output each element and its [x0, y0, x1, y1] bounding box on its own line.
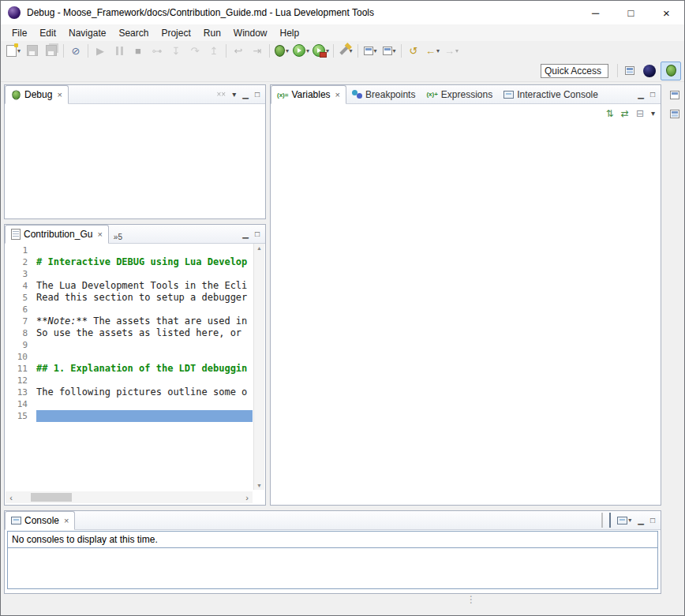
search-button[interactable]: ▾ — [336, 42, 355, 59]
maximize-window-button[interactable]: □ — [613, 1, 649, 24]
line-number[interactable]: 5 — [6, 292, 36, 304]
selected-line[interactable] — [36, 410, 253, 422]
line-number[interactable]: 6 — [6, 304, 36, 315]
debug-perspective-button[interactable] — [661, 62, 681, 80]
menu-help[interactable]: Help — [274, 25, 306, 41]
line-text[interactable]: # Interactive DEBUG using Lua Develop — [36, 256, 253, 268]
line-number[interactable]: 4 — [6, 280, 36, 292]
display-selected-console-button[interactable] — [609, 513, 611, 528]
line-number[interactable]: 12 — [6, 375, 36, 386]
line-text[interactable] — [36, 398, 253, 410]
line-number[interactable]: 11 — [6, 363, 36, 375]
open-perspective-button[interactable] — [620, 62, 639, 80]
external-tools-button[interactable]: ▾ — [311, 42, 331, 59]
previous-annotation-button[interactable]: ▾ — [380, 42, 399, 59]
line-text[interactable] — [36, 245, 253, 256]
scrollbar-thumb[interactable] — [31, 493, 72, 502]
step-into-button[interactable]: ↧ — [167, 42, 185, 59]
line-number[interactable]: 3 — [6, 268, 36, 280]
line-number[interactable]: 10 — [6, 351, 36, 363]
vertical-scrollbar[interactable]: ▲ ▼ — [253, 244, 264, 490]
minimize-view-button[interactable]: ▁ — [638, 517, 644, 525]
line-text[interactable]: Read this section to setup a debugger — [36, 292, 253, 304]
minimize-view-button[interactable]: ▁ — [638, 91, 644, 99]
forward-button[interactable]: →▾ — [442, 42, 461, 59]
line-text[interactable]: **Note:** The assets that are used in — [36, 315, 253, 327]
tab-expressions[interactable]: (x)+ Expressions — [421, 85, 498, 103]
collapse-all-button[interactable]: ⊟ — [636, 109, 644, 118]
editor-overflow-button[interactable]: »5 — [109, 225, 127, 243]
next-annotation-button[interactable]: ▾ — [361, 42, 380, 59]
sash-handle[interactable]: ⋮ — [466, 594, 476, 605]
save-button[interactable] — [23, 42, 42, 59]
menu-navigate[interactable]: Navigate — [62, 25, 112, 41]
line-number[interactable]: 7 — [6, 315, 36, 327]
menu-project[interactable]: Project — [155, 25, 197, 41]
menu-window[interactable]: Window — [227, 25, 274, 41]
tab-contribution-guide[interactable]: Contribution_Gu × — [5, 225, 109, 244]
tab-variables[interactable]: (x)= Variables × — [271, 85, 346, 104]
line-number[interactable]: 2 — [6, 256, 36, 268]
tab-debug[interactable]: Debug × — [5, 85, 69, 104]
tab-breakpoints[interactable]: Breakpoints — [346, 85, 421, 103]
menu-edit[interactable]: Edit — [33, 25, 62, 41]
disconnect-button[interactable]: ⊶ — [148, 42, 167, 59]
maximize-view-button[interactable]: □ — [255, 230, 260, 238]
line-number[interactable]: 9 — [6, 339, 36, 351]
close-icon[interactable]: × — [57, 90, 62, 99]
restore-views-button[interactable] — [667, 88, 683, 102]
maximize-view-button[interactable]: □ — [650, 91, 655, 99]
last-edit-location-button[interactable]: ↺ — [404, 42, 423, 59]
view-menu-button[interactable]: ▾ — [232, 91, 236, 99]
close-icon[interactable]: × — [97, 230, 102, 239]
run-button[interactable]: ▾ — [291, 42, 311, 59]
step-over-button[interactable]: ↷ — [185, 42, 204, 59]
scroll-right-icon[interactable]: › — [241, 493, 253, 502]
tab-interactive-console[interactable]: Interactive Console — [498, 85, 604, 103]
line-number[interactable]: 13 — [6, 386, 36, 398]
resume-button[interactable]: ▶ — [91, 42, 110, 59]
remove-terminated-button[interactable]: ×× — [217, 91, 226, 99]
suspend-button[interactable] — [110, 42, 129, 59]
show-type-names-button[interactable]: ⇅ — [606, 109, 614, 118]
drop-to-frame-button[interactable]: ↩ — [229, 42, 248, 59]
use-step-filters-button[interactable]: ⇥ — [248, 42, 267, 59]
maximize-view-button[interactable]: □ — [650, 517, 655, 525]
code-editor[interactable]: 1 2# Interactive DEBUG using Lua Develop… — [6, 245, 253, 490]
line-number[interactable]: 1 — [6, 245, 36, 256]
skip-all-breakpoints-button[interactable]: ⊘ — [66, 42, 85, 59]
line-text[interactable] — [36, 339, 253, 351]
line-number[interactable]: 15 — [6, 410, 36, 422]
view-menu-button[interactable]: ▾ — [651, 110, 655, 118]
pin-console-button[interactable] — [601, 513, 603, 528]
line-text[interactable]: The Lua Development Tools in the Ecli — [36, 280, 253, 292]
line-text[interactable] — [36, 268, 253, 280]
new-button[interactable]: ▾ — [4, 42, 23, 59]
terminate-button[interactable]: ■ — [129, 42, 148, 59]
quick-access-input[interactable]: Quick Access — [541, 64, 608, 78]
close-icon[interactable]: × — [335, 90, 340, 99]
show-logical-structures-button[interactable]: ⇄ — [621, 109, 629, 118]
minimize-view-button[interactable]: ▁ — [242, 91, 249, 99]
line-number[interactable]: 8 — [6, 327, 36, 339]
close-icon[interactable]: × — [64, 516, 69, 525]
tab-console[interactable]: Console × — [5, 511, 75, 530]
scroll-left-icon[interactable]: ‹ — [6, 493, 17, 502]
step-return-button[interactable]: ↥ — [204, 42, 223, 59]
line-text[interactable]: The following pictures outline some o — [36, 386, 253, 398]
save-all-button[interactable] — [42, 42, 61, 59]
horizontal-scrollbar[interactable]: ‹ › — [6, 491, 253, 503]
minimize-window-button[interactable]: ─ — [578, 1, 613, 24]
menu-run[interactable]: Run — [197, 25, 227, 41]
line-text[interactable] — [36, 351, 253, 363]
line-number[interactable]: 14 — [6, 398, 36, 410]
close-window-button[interactable]: × — [649, 1, 684, 24]
maximize-view-button[interactable]: □ — [255, 91, 260, 99]
debug-button[interactable]: ▾ — [272, 42, 291, 59]
line-text[interactable] — [36, 304, 253, 315]
line-text[interactable]: So use the assets as listed here, or — [36, 327, 253, 339]
menu-search[interactable]: Search — [112, 25, 155, 41]
back-button[interactable]: ←▾ — [423, 42, 442, 59]
scroll-up-icon[interactable]: ▲ — [256, 245, 262, 251]
minimized-view-button[interactable] — [667, 106, 683, 121]
